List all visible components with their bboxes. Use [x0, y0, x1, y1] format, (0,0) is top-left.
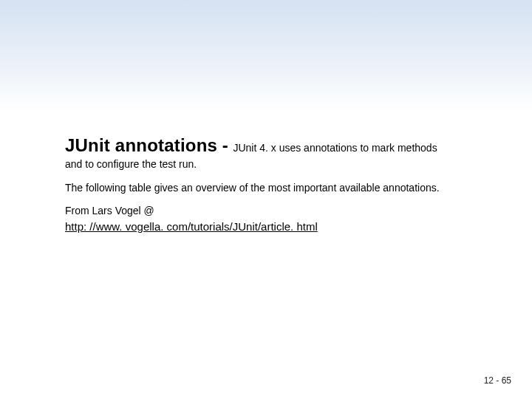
- subtitle-continuation: and to configure the test run.: [65, 158, 475, 171]
- attribution-line: From Lars Vogel @: [65, 205, 475, 218]
- source-link[interactable]: http: //www. vogella. com/tutorials/JUni…: [65, 220, 318, 233]
- title-dash: -: [217, 135, 233, 155]
- slide-title: JUnit annotations: [65, 135, 217, 155]
- overview-paragraph: The following table gives an overview of…: [65, 182, 475, 195]
- page-number: 12 - 65: [484, 375, 511, 386]
- slide-content: JUnit annotations - JUnit 4. x uses anno…: [65, 134, 475, 233]
- slide: JUnit annotations - JUnit 4. x uses anno…: [0, 0, 532, 399]
- heading-line: JUnit annotations - JUnit 4. x uses anno…: [65, 134, 475, 157]
- subtitle-inline: JUnit 4. x uses annotations to mark meth…: [233, 142, 437, 154]
